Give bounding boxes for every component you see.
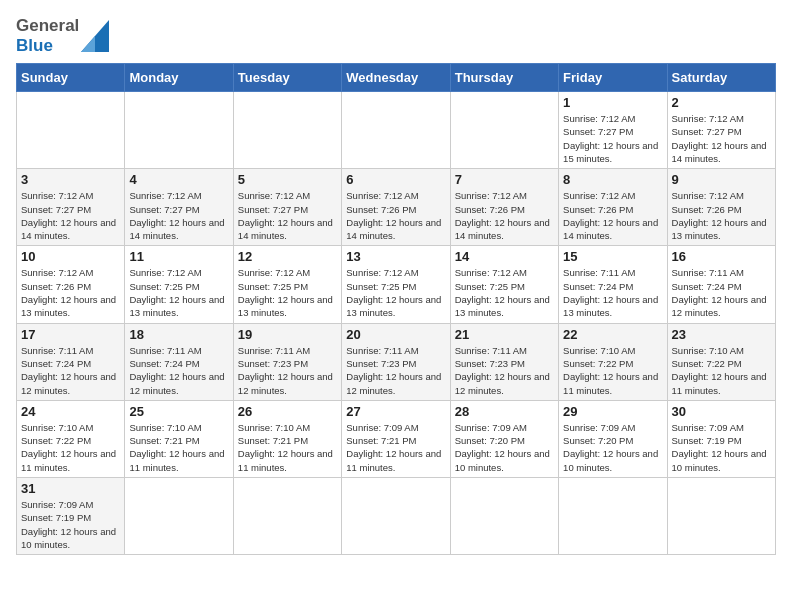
day-info: Sunrise: 7:11 AM Sunset: 7:24 PM Dayligh… — [672, 266, 771, 319]
calendar-cell: 30Sunrise: 7:09 AM Sunset: 7:19 PM Dayli… — [667, 400, 775, 477]
calendar-cell: 4Sunrise: 7:12 AM Sunset: 7:27 PM Daylig… — [125, 169, 233, 246]
day-number: 27 — [346, 404, 445, 419]
calendar-cell: 16Sunrise: 7:11 AM Sunset: 7:24 PM Dayli… — [667, 246, 775, 323]
calendar-cell — [342, 92, 450, 169]
calendar-cell — [450, 478, 558, 555]
day-number: 4 — [129, 172, 228, 187]
calendar-cell: 25Sunrise: 7:10 AM Sunset: 7:21 PM Dayli… — [125, 400, 233, 477]
day-number: 19 — [238, 327, 337, 342]
day-number: 6 — [346, 172, 445, 187]
calendar-week-6: 31Sunrise: 7:09 AM Sunset: 7:19 PM Dayli… — [17, 478, 776, 555]
calendar-cell: 15Sunrise: 7:11 AM Sunset: 7:24 PM Dayli… — [559, 246, 667, 323]
day-info: Sunrise: 7:12 AM Sunset: 7:25 PM Dayligh… — [346, 266, 445, 319]
weekday-header-saturday: Saturday — [667, 64, 775, 92]
day-info: Sunrise: 7:09 AM Sunset: 7:19 PM Dayligh… — [21, 498, 120, 551]
calendar-cell — [125, 478, 233, 555]
day-number: 5 — [238, 172, 337, 187]
calendar-cell: 22Sunrise: 7:10 AM Sunset: 7:22 PM Dayli… — [559, 323, 667, 400]
day-info: Sunrise: 7:12 AM Sunset: 7:26 PM Dayligh… — [455, 189, 554, 242]
day-number: 17 — [21, 327, 120, 342]
calendar-cell: 17Sunrise: 7:11 AM Sunset: 7:24 PM Dayli… — [17, 323, 125, 400]
day-info: Sunrise: 7:10 AM Sunset: 7:21 PM Dayligh… — [129, 421, 228, 474]
weekday-header-tuesday: Tuesday — [233, 64, 341, 92]
calendar-cell: 13Sunrise: 7:12 AM Sunset: 7:25 PM Dayli… — [342, 246, 450, 323]
day-number: 9 — [672, 172, 771, 187]
day-info: Sunrise: 7:10 AM Sunset: 7:22 PM Dayligh… — [672, 344, 771, 397]
day-number: 12 — [238, 249, 337, 264]
day-info: Sunrise: 7:12 AM Sunset: 7:25 PM Dayligh… — [238, 266, 337, 319]
day-info: Sunrise: 7:11 AM Sunset: 7:24 PM Dayligh… — [129, 344, 228, 397]
day-info: Sunrise: 7:11 AM Sunset: 7:24 PM Dayligh… — [21, 344, 120, 397]
day-number: 23 — [672, 327, 771, 342]
calendar-cell: 24Sunrise: 7:10 AM Sunset: 7:22 PM Dayli… — [17, 400, 125, 477]
calendar-cell: 8Sunrise: 7:12 AM Sunset: 7:26 PM Daylig… — [559, 169, 667, 246]
weekday-header-sunday: Sunday — [17, 64, 125, 92]
day-info: Sunrise: 7:12 AM Sunset: 7:26 PM Dayligh… — [21, 266, 120, 319]
calendar-cell — [342, 478, 450, 555]
calendar-cell: 20Sunrise: 7:11 AM Sunset: 7:23 PM Dayli… — [342, 323, 450, 400]
calendar-week-1: 1Sunrise: 7:12 AM Sunset: 7:27 PM Daylig… — [17, 92, 776, 169]
calendar-table: SundayMondayTuesdayWednesdayThursdayFrid… — [16, 63, 776, 555]
day-info: Sunrise: 7:12 AM Sunset: 7:27 PM Dayligh… — [238, 189, 337, 242]
calendar-cell: 12Sunrise: 7:12 AM Sunset: 7:25 PM Dayli… — [233, 246, 341, 323]
day-info: Sunrise: 7:11 AM Sunset: 7:24 PM Dayligh… — [563, 266, 662, 319]
day-number: 8 — [563, 172, 662, 187]
svg-marker-1 — [81, 36, 95, 52]
calendar-cell: 18Sunrise: 7:11 AM Sunset: 7:24 PM Dayli… — [125, 323, 233, 400]
day-number: 15 — [563, 249, 662, 264]
calendar-cell: 3Sunrise: 7:12 AM Sunset: 7:27 PM Daylig… — [17, 169, 125, 246]
day-info: Sunrise: 7:10 AM Sunset: 7:22 PM Dayligh… — [563, 344, 662, 397]
calendar-cell: 28Sunrise: 7:09 AM Sunset: 7:20 PM Dayli… — [450, 400, 558, 477]
day-number: 2 — [672, 95, 771, 110]
calendar-cell: 9Sunrise: 7:12 AM Sunset: 7:26 PM Daylig… — [667, 169, 775, 246]
calendar-week-5: 24Sunrise: 7:10 AM Sunset: 7:22 PM Dayli… — [17, 400, 776, 477]
day-info: Sunrise: 7:12 AM Sunset: 7:27 PM Dayligh… — [21, 189, 120, 242]
calendar-cell: 23Sunrise: 7:10 AM Sunset: 7:22 PM Dayli… — [667, 323, 775, 400]
day-info: Sunrise: 7:12 AM Sunset: 7:26 PM Dayligh… — [672, 189, 771, 242]
day-number: 20 — [346, 327, 445, 342]
day-info: Sunrise: 7:10 AM Sunset: 7:21 PM Dayligh… — [238, 421, 337, 474]
day-number: 22 — [563, 327, 662, 342]
day-number: 30 — [672, 404, 771, 419]
calendar-cell: 2Sunrise: 7:12 AM Sunset: 7:27 PM Daylig… — [667, 92, 775, 169]
weekday-header-row: SundayMondayTuesdayWednesdayThursdayFrid… — [17, 64, 776, 92]
calendar-cell: 5Sunrise: 7:12 AM Sunset: 7:27 PM Daylig… — [233, 169, 341, 246]
day-number: 24 — [21, 404, 120, 419]
day-info: Sunrise: 7:09 AM Sunset: 7:21 PM Dayligh… — [346, 421, 445, 474]
day-info: Sunrise: 7:09 AM Sunset: 7:19 PM Dayligh… — [672, 421, 771, 474]
calendar-cell: 31Sunrise: 7:09 AM Sunset: 7:19 PM Dayli… — [17, 478, 125, 555]
day-number: 25 — [129, 404, 228, 419]
day-info: Sunrise: 7:12 AM Sunset: 7:26 PM Dayligh… — [346, 189, 445, 242]
calendar-cell: 6Sunrise: 7:12 AM Sunset: 7:26 PM Daylig… — [342, 169, 450, 246]
weekday-header-monday: Monday — [125, 64, 233, 92]
calendar-cell — [450, 92, 558, 169]
calendar-cell: 19Sunrise: 7:11 AM Sunset: 7:23 PM Dayli… — [233, 323, 341, 400]
day-info: Sunrise: 7:12 AM Sunset: 7:27 PM Dayligh… — [672, 112, 771, 165]
day-number: 18 — [129, 327, 228, 342]
day-info: Sunrise: 7:12 AM Sunset: 7:27 PM Dayligh… — [129, 189, 228, 242]
day-number: 21 — [455, 327, 554, 342]
calendar-cell — [125, 92, 233, 169]
weekday-header-friday: Friday — [559, 64, 667, 92]
header: General Blue — [16, 16, 776, 55]
calendar-cell: 29Sunrise: 7:09 AM Sunset: 7:20 PM Dayli… — [559, 400, 667, 477]
day-info: Sunrise: 7:11 AM Sunset: 7:23 PM Dayligh… — [455, 344, 554, 397]
day-info: Sunrise: 7:09 AM Sunset: 7:20 PM Dayligh… — [455, 421, 554, 474]
calendar-cell: 10Sunrise: 7:12 AM Sunset: 7:26 PM Dayli… — [17, 246, 125, 323]
calendar-cell — [233, 92, 341, 169]
day-number: 14 — [455, 249, 554, 264]
day-number: 3 — [21, 172, 120, 187]
calendar-week-4: 17Sunrise: 7:11 AM Sunset: 7:24 PM Dayli… — [17, 323, 776, 400]
logo-icon — [81, 20, 109, 52]
day-info: Sunrise: 7:09 AM Sunset: 7:20 PM Dayligh… — [563, 421, 662, 474]
day-info: Sunrise: 7:11 AM Sunset: 7:23 PM Dayligh… — [238, 344, 337, 397]
calendar-cell: 11Sunrise: 7:12 AM Sunset: 7:25 PM Dayli… — [125, 246, 233, 323]
calendar-cell: 21Sunrise: 7:11 AM Sunset: 7:23 PM Dayli… — [450, 323, 558, 400]
day-number: 26 — [238, 404, 337, 419]
calendar-cell — [667, 478, 775, 555]
day-number: 10 — [21, 249, 120, 264]
day-number: 7 — [455, 172, 554, 187]
calendar-cell: 27Sunrise: 7:09 AM Sunset: 7:21 PM Dayli… — [342, 400, 450, 477]
calendar-cell: 7Sunrise: 7:12 AM Sunset: 7:26 PM Daylig… — [450, 169, 558, 246]
day-number: 13 — [346, 249, 445, 264]
